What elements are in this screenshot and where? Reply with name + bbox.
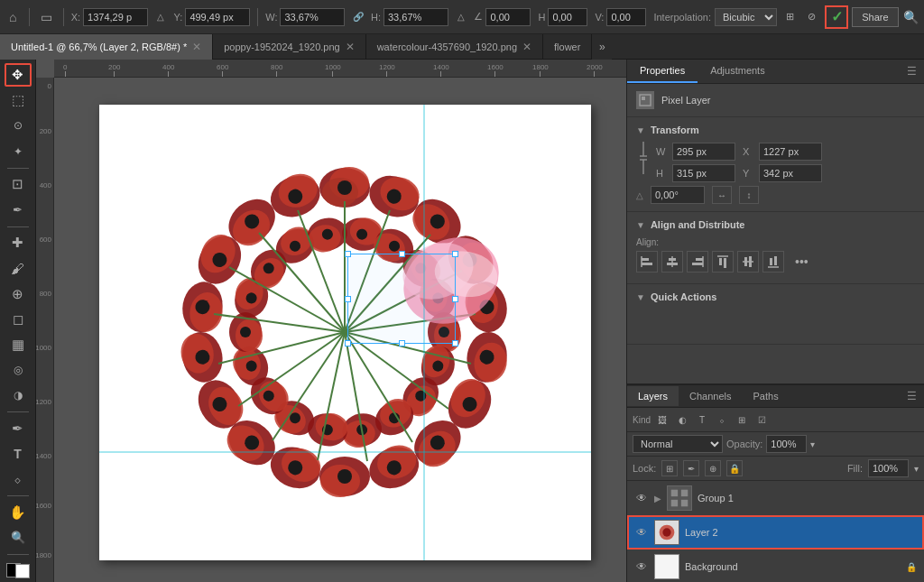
home-icon[interactable]: ⌂ <box>4 6 22 28</box>
tool-clone[interactable]: ⊕ <box>5 282 32 306</box>
tool-gradient[interactable]: ▦ <box>5 333 32 356</box>
layers-panel-menu[interactable]: ☰ <box>900 385 924 407</box>
tool-shape[interactable]: ⬦ <box>5 467 32 491</box>
lock-pixels-btn[interactable]: ⊞ <box>661 460 678 476</box>
layers-adjustment-icon[interactable]: ◐ <box>674 411 690 428</box>
tool-zoom[interactable]: 🔍 <box>5 526 32 550</box>
align-bottom-btn[interactable] <box>762 251 784 273</box>
transform-w-input[interactable] <box>672 143 735 161</box>
tool-move[interactable]: ✥ <box>5 63 32 87</box>
tool-lasso[interactable]: ⊙ <box>5 114 32 137</box>
blend-mode-select[interactable]: Normal Multiply Screen Overlay <box>633 435 723 453</box>
quick-actions-header[interactable]: ▼ Quick Actions <box>636 291 915 302</box>
lock-artboard-btn[interactable]: ⊕ <box>705 460 721 476</box>
tabs-more-button[interactable]: » <box>592 34 612 60</box>
layer-arrow-group1[interactable]: ▶ <box>654 494 661 503</box>
lock-all-btn[interactable]: 🔒 <box>726 460 743 476</box>
canvas-area[interactable]: 0 200 400 600 800 1000 1200 1400 1600 18… <box>36 60 626 582</box>
tool-magic-wand[interactable]: ✦ <box>5 139 32 162</box>
align-left-btn[interactable] <box>636 251 658 273</box>
tab-untitled-close[interactable]: ✕ <box>192 41 201 53</box>
layer-eye-background[interactable]: 👁 <box>634 559 649 574</box>
tool-type[interactable]: T <box>5 442 32 466</box>
angle-input[interactable] <box>485 8 531 26</box>
tool-hand[interactable]: ✋ <box>5 501 32 524</box>
tool-crop[interactable]: ⊡ <box>5 172 32 196</box>
transform-icon[interactable]: ▭ <box>37 6 55 28</box>
align-center-v-btn[interactable] <box>737 251 759 273</box>
transform-angle-input[interactable] <box>651 186 705 204</box>
distribute-icon[interactable]: ⊘ <box>803 6 821 28</box>
sel-handle-mr[interactable] <box>452 296 458 302</box>
align-header[interactable]: ▼ Align and Distribute <box>636 219 915 230</box>
layers-shape-icon[interactable]: ⬦ <box>714 411 730 428</box>
warp-icon[interactable]: ⊞ <box>781 6 799 28</box>
layers-filter-icon[interactable]: 🖼 <box>654 411 670 428</box>
flip-h-btn[interactable]: ↔ <box>712 186 732 204</box>
tool-eraser[interactable]: ◻ <box>5 308 32 331</box>
align-center-h-btn[interactable] <box>661 251 683 273</box>
share-button[interactable]: Share <box>852 7 898 27</box>
tab-watercolour-close[interactable]: ✕ <box>522 41 531 53</box>
panel-menu-icon[interactable]: ☰ <box>900 60 924 83</box>
sel-handle-br[interactable] <box>452 340 458 346</box>
sel-handle-bl[interactable] <box>345 340 351 346</box>
tool-dodge[interactable]: ◑ <box>5 383 32 407</box>
tab-flower[interactable]: flower <box>543 34 592 60</box>
sel-handle-tl[interactable] <box>345 251 351 257</box>
w-input[interactable] <box>280 8 345 26</box>
tool-select-rect[interactable]: ⬚ <box>5 88 32 112</box>
sel-handle-tm[interactable] <box>399 251 405 257</box>
opacity-input[interactable] <box>766 435 807 453</box>
tab-layers[interactable]: Layers <box>627 386 679 406</box>
opacity-arrow[interactable]: ▾ <box>810 439 815 449</box>
layer-item-layer2[interactable]: 👁 Layer 2 <box>627 515 924 550</box>
layer-eye-layer2[interactable]: 👁 <box>634 525 649 540</box>
tab-watercolour[interactable]: watercolour-4357690_1920.png ✕ <box>366 34 543 60</box>
wh-link-icon[interactable] <box>636 143 651 173</box>
h2-input[interactable] <box>548 8 587 26</box>
transform-h-input[interactable] <box>672 164 735 182</box>
layer-eye-group1[interactable]: 👁 <box>634 491 649 505</box>
tab-poppy[interactable]: poppy-1952024_1920.png ✕ <box>213 34 365 60</box>
align-right-btn[interactable] <box>687 251 708 273</box>
tab-channels[interactable]: Channels <box>679 386 742 406</box>
layers-text-icon[interactable]: T <box>694 411 710 428</box>
transform-y-input[interactable] <box>759 164 822 182</box>
fill-input[interactable] <box>868 459 909 477</box>
tool-pen[interactable]: ✒ <box>5 417 32 440</box>
flip-v-btn[interactable]: ↕ <box>739 186 759 204</box>
confirm-button[interactable]: ✓ <box>825 5 848 29</box>
tab-properties[interactable]: Properties <box>627 60 698 83</box>
layers-pixel-icon[interactable]: ☑ <box>753 411 770 428</box>
layer-item-group1[interactable]: 👁 ▶ Group 1 <box>627 481 924 515</box>
transform-x-input[interactable] <box>759 143 822 161</box>
tool-brush[interactable]: 🖌 <box>5 256 32 280</box>
layers-smart-icon[interactable]: ⊞ <box>734 411 750 428</box>
x-input[interactable] <box>83 8 148 26</box>
align-top-btn[interactable] <box>712 251 734 273</box>
tab-poppy-close[interactable]: ✕ <box>346 41 355 53</box>
tab-untitled[interactable]: Untitled-1 @ 66,7% (Layer 2, RGB/8#) * ✕ <box>0 34 213 60</box>
link-icon[interactable]: 🔗 <box>348 6 366 28</box>
background-color[interactable] <box>15 564 30 578</box>
y-input[interactable] <box>185 8 250 26</box>
interpolation-select[interactable]: Bicubic Bilinear Nearest <box>715 8 777 26</box>
tool-heal[interactable]: ✚ <box>5 231 32 254</box>
tool-eyedropper[interactable]: ✒ <box>5 198 32 221</box>
sel-handle-ml[interactable] <box>345 296 351 302</box>
tab-paths[interactable]: Paths <box>743 386 790 406</box>
v-input[interactable] <box>606 8 646 26</box>
fill-arrow[interactable]: ▾ <box>914 464 919 474</box>
sel-handle-bm[interactable] <box>399 340 405 346</box>
sel-handle-tr[interactable] <box>452 251 458 257</box>
h-input[interactable] <box>383 8 448 26</box>
lock-position-btn[interactable]: ✒ <box>683 460 699 476</box>
tool-blur[interactable]: ◎ <box>5 358 32 382</box>
transform-header[interactable]: ▼ Transform <box>636 125 915 135</box>
layer-item-background[interactable]: 👁 Background 🔒 <box>627 550 924 582</box>
align-more-btn[interactable]: ••• <box>788 253 816 271</box>
search-icon[interactable]: 🔍 <box>902 6 920 28</box>
color-swatch[interactable] <box>6 563 30 578</box>
tab-adjustments[interactable]: Adjustments <box>698 60 778 83</box>
